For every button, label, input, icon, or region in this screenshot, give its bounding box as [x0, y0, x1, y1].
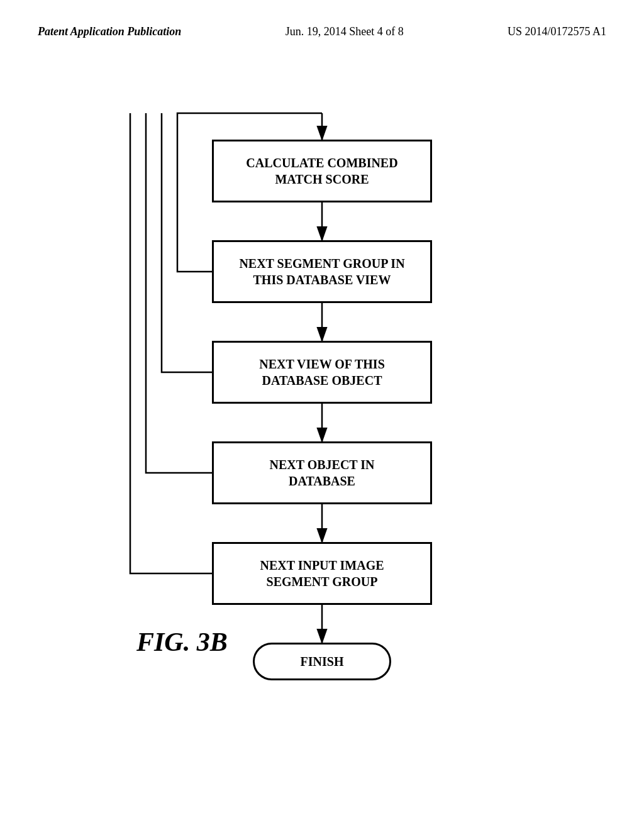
- calculate-label: CALCULATE COMBINED MATCH SCORE: [246, 155, 397, 187]
- header-right: US 2014/0172575 A1: [508, 25, 606, 38]
- next-object-box: NEXT OBJECT IN DATABASE: [212, 441, 432, 504]
- header-left: Patent Application Publication: [38, 25, 181, 38]
- next-input-box: NEXT INPUT IMAGE SEGMENT GROUP: [212, 542, 432, 605]
- next-view-label: NEXT VIEW OF THIS DATABASE OBJECT: [259, 356, 385, 389]
- calculate-box: CALCULATE COMBINED MATCH SCORE: [212, 140, 432, 202]
- finish-label: FINISH: [301, 653, 344, 670]
- header-center: Jun. 19, 2014 Sheet 4 of 8: [286, 25, 404, 38]
- next-input-label: NEXT INPUT IMAGE SEGMENT GROUP: [260, 557, 384, 590]
- finish-box: FINISH: [253, 643, 391, 680]
- diagram-area: CALCULATE COMBINED MATCH SCORE NEXT SEGM…: [102, 101, 542, 729]
- next-segment-group-box: NEXT SEGMENT GROUP IN THIS DATABASE VIEW: [212, 240, 432, 303]
- next-view-box: NEXT VIEW OF THIS DATABASE OBJECT: [212, 341, 432, 404]
- fig-label: FIG. 3B: [136, 627, 228, 657]
- next-object-label: NEXT OBJECT IN DATABASE: [269, 456, 374, 489]
- next-segment-group-label: NEXT SEGMENT GROUP IN THIS DATABASE VIEW: [239, 255, 404, 288]
- page-header: Patent Application Publication Jun. 19, …: [0, 0, 644, 51]
